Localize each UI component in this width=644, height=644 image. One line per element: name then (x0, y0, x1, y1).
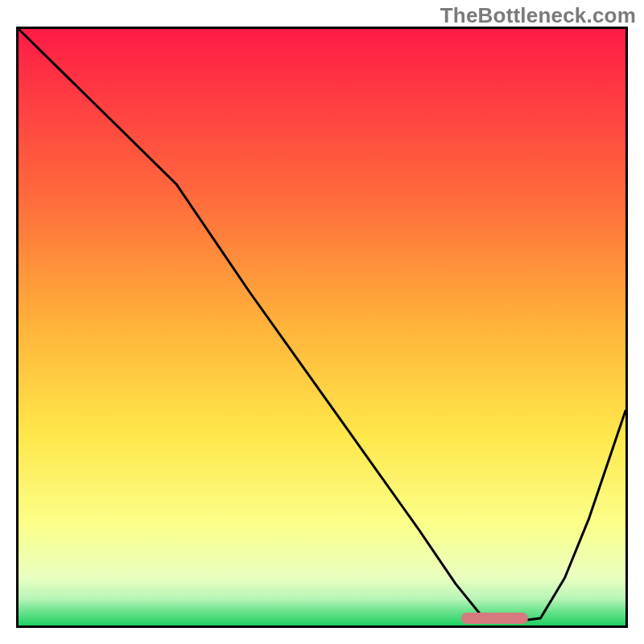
bottleneck-curve (19, 29, 625, 625)
watermark-text: TheBottleneck.com (440, 3, 636, 28)
chart-frame: TheBottleneck.com (0, 0, 644, 644)
optimal-range-marker (461, 613, 528, 624)
plot-area (16, 27, 628, 628)
